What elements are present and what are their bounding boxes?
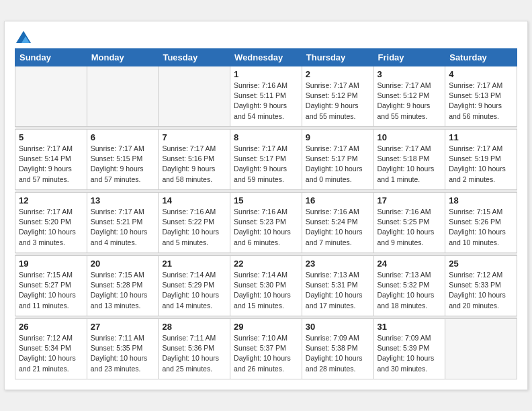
cell-date: 31 [378,322,442,332]
calendar-cell: 9Sunrise: 7:17 AM Sunset: 5:17 PM Daylig… [302,130,373,190]
calendar-cell: 23Sunrise: 7:13 AM Sunset: 5:31 PM Dayli… [302,256,373,316]
cell-info: Sunrise: 7:16 AM Sunset: 5:25 PM Dayligh… [378,207,442,248]
calendar-cell: 29Sunrise: 7:10 AM Sunset: 5:37 PM Dayli… [230,319,302,379]
day-header-wednesday: Wednesday [230,49,302,66]
calendar-table: SundayMondayTuesdayWednesdayThursdayFrid… [15,48,517,379]
calendar-cell: 6Sunrise: 7:17 AM Sunset: 5:15 PM Daylig… [87,130,159,190]
calendar-week-row: 26Sunrise: 7:12 AM Sunset: 5:34 PM Dayli… [15,319,517,379]
calendar-cell: 15Sunrise: 7:16 AM Sunset: 5:23 PM Dayli… [230,193,302,253]
cell-date: 19 [19,259,83,269]
calendar-cell: 17Sunrise: 7:16 AM Sunset: 5:25 PM Dayli… [373,193,445,253]
cell-info: Sunrise: 7:17 AM Sunset: 5:12 PM Dayligh… [306,81,370,122]
calendar-header-row: SundayMondayTuesdayWednesdayThursdayFrid… [15,49,517,66]
cell-info: Sunrise: 7:17 AM Sunset: 5:17 PM Dayligh… [234,144,298,185]
calendar-cell: 22Sunrise: 7:14 AM Sunset: 5:30 PM Dayli… [230,256,302,316]
cell-info: Sunrise: 7:17 AM Sunset: 5:18 PM Dayligh… [378,144,442,185]
calendar-cell: 5Sunrise: 7:17 AM Sunset: 5:14 PM Daylig… [15,130,87,190]
cell-info: Sunrise: 7:13 AM Sunset: 5:32 PM Dayligh… [378,270,442,311]
cell-date: 20 [91,259,155,269]
cell-date: 27 [91,322,155,332]
cell-info: Sunrise: 7:17 AM Sunset: 5:21 PM Dayligh… [91,207,155,248]
cell-date: 3 [378,69,442,79]
day-header-saturday: Saturday [445,49,517,66]
cell-info: Sunrise: 7:16 AM Sunset: 5:11 PM Dayligh… [234,81,298,122]
cell-date: 22 [234,259,298,269]
logo [15,31,31,44]
cell-date: 12 [19,195,83,205]
cell-date: 16 [306,195,370,205]
calendar-cell: 16Sunrise: 7:16 AM Sunset: 5:24 PM Dayli… [302,193,373,253]
calendar-cell: 25Sunrise: 7:12 AM Sunset: 5:33 PM Dayli… [445,256,517,316]
calendar-cell: 2Sunrise: 7:17 AM Sunset: 5:12 PM Daylig… [302,66,373,127]
cell-info: Sunrise: 7:17 AM Sunset: 5:13 PM Dayligh… [449,81,513,122]
calendar-container: SundayMondayTuesdayWednesdayThursdayFrid… [4,21,528,390]
calendar-week-row: 19Sunrise: 7:15 AM Sunset: 5:27 PM Dayli… [15,256,517,316]
calendar-cell: 12Sunrise: 7:17 AM Sunset: 5:20 PM Dayli… [15,193,87,253]
calendar-week-row: 5Sunrise: 7:17 AM Sunset: 5:14 PM Daylig… [15,130,517,190]
cell-info: Sunrise: 7:17 AM Sunset: 5:17 PM Dayligh… [306,144,370,185]
cell-date: 10 [378,132,442,142]
cell-date: 25 [449,259,513,269]
calendar-cell: 7Sunrise: 7:17 AM Sunset: 5:16 PM Daylig… [159,130,230,190]
calendar-cell: 10Sunrise: 7:17 AM Sunset: 5:18 PM Dayli… [373,130,445,190]
cell-info: Sunrise: 7:12 AM Sunset: 5:33 PM Dayligh… [449,270,513,311]
cell-info: Sunrise: 7:15 AM Sunset: 5:28 PM Dayligh… [91,270,155,311]
logo-icon [16,31,31,43]
calendar-cell: 1Sunrise: 7:16 AM Sunset: 5:11 PM Daylig… [230,66,302,127]
cell-date: 18 [449,195,513,205]
day-header-tuesday: Tuesday [159,49,230,66]
cell-info: Sunrise: 7:11 AM Sunset: 5:35 PM Dayligh… [91,333,155,374]
cell-date: 5 [19,132,83,142]
cell-info: Sunrise: 7:16 AM Sunset: 5:24 PM Dayligh… [306,207,370,248]
cell-date: 14 [162,195,226,205]
cell-info: Sunrise: 7:15 AM Sunset: 5:27 PM Dayligh… [19,270,83,311]
cell-info: Sunrise: 7:17 AM Sunset: 5:20 PM Dayligh… [19,207,83,248]
cell-info: Sunrise: 7:10 AM Sunset: 5:37 PM Dayligh… [234,333,298,374]
cell-info: Sunrise: 7:17 AM Sunset: 5:15 PM Dayligh… [91,144,155,185]
cell-date: 9 [306,132,370,142]
calendar-cell: 14Sunrise: 7:16 AM Sunset: 5:22 PM Dayli… [159,193,230,253]
cell-date: 2 [306,69,370,79]
cell-info: Sunrise: 7:09 AM Sunset: 5:39 PM Dayligh… [378,333,442,374]
cell-date: 4 [449,69,513,79]
cell-date: 24 [378,259,442,269]
calendar-cell: 19Sunrise: 7:15 AM Sunset: 5:27 PM Dayli… [15,256,87,316]
day-header-sunday: Sunday [15,49,87,66]
cell-info: Sunrise: 7:16 AM Sunset: 5:23 PM Dayligh… [234,207,298,248]
cell-info: Sunrise: 7:17 AM Sunset: 5:14 PM Dayligh… [19,144,83,185]
cell-info: Sunrise: 7:13 AM Sunset: 5:31 PM Dayligh… [306,270,370,311]
cell-info: Sunrise: 7:17 AM Sunset: 5:16 PM Dayligh… [162,144,226,185]
calendar-cell: 13Sunrise: 7:17 AM Sunset: 5:21 PM Dayli… [87,193,159,253]
calendar-cell: 18Sunrise: 7:15 AM Sunset: 5:26 PM Dayli… [445,193,517,253]
calendar-cell [87,66,159,127]
calendar-cell: 11Sunrise: 7:17 AM Sunset: 5:19 PM Dayli… [445,130,517,190]
calendar-week-row: 12Sunrise: 7:17 AM Sunset: 5:20 PM Dayli… [15,193,517,253]
cell-date: 23 [306,259,370,269]
cell-info: Sunrise: 7:09 AM Sunset: 5:38 PM Dayligh… [306,333,370,374]
cell-date: 17 [378,195,442,205]
cell-date: 1 [234,69,298,79]
cell-date: 7 [162,132,226,142]
calendar-cell [445,319,517,379]
cell-info: Sunrise: 7:11 AM Sunset: 5:36 PM Dayligh… [162,333,226,374]
cell-date: 11 [449,132,513,142]
cell-info: Sunrise: 7:15 AM Sunset: 5:26 PM Dayligh… [449,207,513,248]
cell-date: 15 [234,195,298,205]
calendar-cell: 28Sunrise: 7:11 AM Sunset: 5:36 PM Dayli… [159,319,230,379]
calendar-cell: 21Sunrise: 7:14 AM Sunset: 5:29 PM Dayli… [159,256,230,316]
day-header-friday: Friday [373,49,445,66]
calendar-cell: 3Sunrise: 7:17 AM Sunset: 5:12 PM Daylig… [373,66,445,127]
cell-info: Sunrise: 7:17 AM Sunset: 5:19 PM Dayligh… [449,144,513,185]
cell-date: 21 [162,259,226,269]
header-section [15,28,517,44]
calendar-cell: 20Sunrise: 7:15 AM Sunset: 5:28 PM Dayli… [87,256,159,316]
cell-date: 6 [91,132,155,142]
cell-info: Sunrise: 7:14 AM Sunset: 5:30 PM Dayligh… [234,270,298,311]
calendar-cell: 31Sunrise: 7:09 AM Sunset: 5:39 PM Dayli… [373,319,445,379]
cell-date: 29 [234,322,298,332]
calendar-cell [159,66,230,127]
cell-date: 13 [91,195,155,205]
cell-info: Sunrise: 7:16 AM Sunset: 5:22 PM Dayligh… [162,207,226,248]
cell-info: Sunrise: 7:17 AM Sunset: 5:12 PM Dayligh… [378,81,442,122]
calendar-cell [15,66,87,127]
